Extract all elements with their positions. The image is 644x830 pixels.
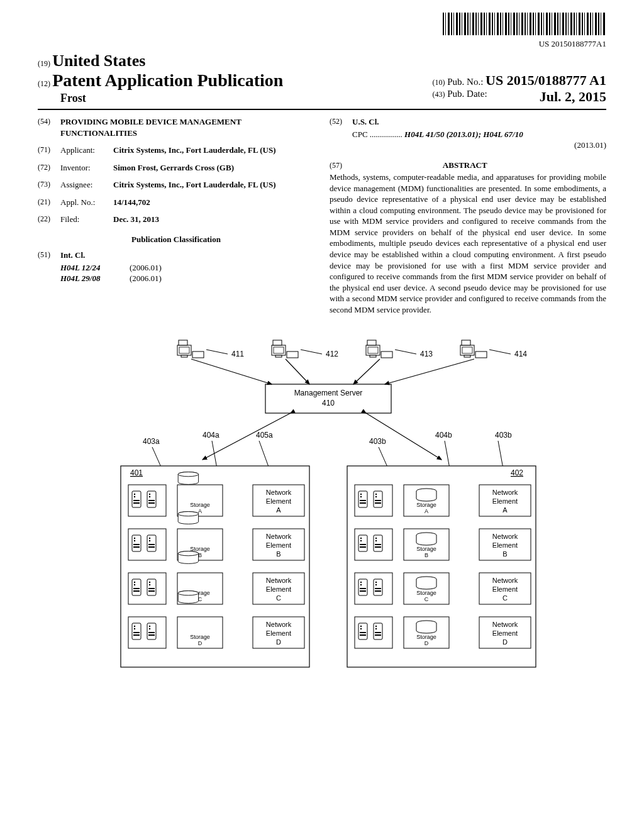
label-filed: Filed: <box>60 214 113 225</box>
netelem-suffix-a: A <box>502 506 508 514</box>
lead-403a: 403a <box>143 437 160 446</box>
field-21: (21) Appl. No.: 14/144,702 <box>38 197 314 208</box>
lead-404a: 404a <box>203 431 219 440</box>
intcl-row-1: H04L 29/08 (2006.01) <box>60 273 314 284</box>
header-right: (10) Pub. No.: US 2015/0188777 A1 (43) P… <box>432 72 606 105</box>
pubdate-label: Pub. Date: <box>447 89 487 99</box>
label-inventor: Inventor: <box>60 162 113 174</box>
barcode-number: US 20150188777A1 <box>38 39 606 49</box>
netelem-suffix-c: C <box>276 594 281 602</box>
storage-label: Storage <box>416 546 436 552</box>
storage-label: Storage <box>416 634 436 640</box>
ref-412: 412 <box>326 350 338 358</box>
netelem-suffix-b: B <box>502 550 507 558</box>
lead-405a: 405a <box>256 431 273 440</box>
filed-value: Dec. 31, 2013 <box>113 214 314 225</box>
intcl-class-0: H04L 12/24 <box>60 262 130 274</box>
code-52: (52) <box>330 116 352 128</box>
barcode-graphic <box>443 13 606 35</box>
figure-svg: 411 412 413 414 Management Server 410 40… <box>83 334 561 686</box>
pub-number: US 2015/0188777 A1 <box>486 72 606 88</box>
workstation-icon <box>177 340 204 358</box>
code-19: (19) <box>38 59 50 68</box>
netelem-l2: Element <box>266 585 291 593</box>
inventor-text: Simon Frost, Gerrards Cross (GB) <box>113 163 234 172</box>
netelem-l2: Element <box>492 629 518 637</box>
assignee-text: Citrix Systems, Inc., Fort Lauderdale, F… <box>113 180 276 189</box>
intcl-ver-0: (2006.01) <box>130 262 162 274</box>
code-10: (10) <box>432 78 445 87</box>
intcl-ver-1: (2006.01) <box>130 273 162 284</box>
applno-text: 14/144,702 <box>113 197 150 207</box>
storage-label: Storage <box>190 502 210 508</box>
lead-404b: 404b <box>435 431 452 440</box>
code-22: (22) <box>38 214 60 225</box>
netelem-l1: Network <box>492 577 518 584</box>
uscl-text: U.S. Cl. <box>352 117 379 126</box>
right-column: (52) U.S. Cl. CPC ................ H04L … <box>330 116 606 315</box>
cpc-line1: H04L 41/50 (2013.01); H04L 67/10 <box>404 130 523 139</box>
cluster-left-rows: Storage A Network Element A Storage B Ne… <box>128 472 304 648</box>
storage-suffix-a: A <box>198 508 202 514</box>
field-73: (73) Assignee: Citrix Systems, Inc., For… <box>38 179 314 191</box>
storage-label: Storage <box>416 502 436 508</box>
netelem-l2: Element <box>266 497 291 505</box>
code-43: (43) <box>432 90 445 99</box>
svg-line-15 <box>489 350 511 354</box>
netelem-l2: Element <box>492 585 518 593</box>
label-uscl: U.S. Cl. <box>352 116 379 128</box>
field-22: (22) Filed: Dec. 31, 2013 <box>38 214 314 225</box>
pubno-label: Pub. No.: <box>447 77 483 87</box>
pub-class-heading: Publication Classification <box>38 234 314 245</box>
storage-label: Storage <box>416 590 436 596</box>
filed-text: Dec. 31, 2013 <box>113 214 159 224</box>
figure: 411 412 413 414 Management Server 410 40… <box>38 334 606 686</box>
svg-line-12 <box>206 350 228 354</box>
code-51: (51) <box>38 250 60 261</box>
field-72: (72) Inventor: Simon Frost, Gerrards Cro… <box>38 162 314 174</box>
netelem-l2: Element <box>492 541 518 549</box>
assignee-value: Citrix Systems, Inc., Fort Lauderdale, F… <box>113 179 314 191</box>
author-name: Frost <box>38 92 283 105</box>
netelem-l1: Network <box>492 489 518 496</box>
storage-suffix-b: B <box>425 552 428 558</box>
workstation-icon <box>460 340 487 358</box>
intcl-rows: H04L 12/24 (2006.01) H04L 29/08 (2006.01… <box>38 262 314 284</box>
netelem-l2: Element <box>266 629 291 637</box>
left-column: (54) PROVIDING MOBILE DEVICE MANAGEMENT … <box>38 116 314 315</box>
label-assignee: Assignee: <box>60 179 113 191</box>
workstation-icon <box>366 340 392 358</box>
applicant-text: Citrix Systems, Inc., Fort Lauderdale, F… <box>113 145 276 155</box>
cpc-lines: CPC ................ H04L 41/50 (2013.01… <box>330 129 606 151</box>
bibliographic-columns: (54) PROVIDING MOBILE DEVICE MANAGEMENT … <box>38 116 606 315</box>
applicant-value: Citrix Systems, Inc., Fort Lauderdale, F… <box>113 145 314 156</box>
netelem-suffix-d: D <box>502 638 508 646</box>
abstract-text: Methods, systems, computer-readable medi… <box>330 172 606 315</box>
invention-title: PROVIDING MOBILE DEVICE MANAGEMENT FUNCT… <box>60 116 314 138</box>
lead-403b-r: 403b <box>495 431 512 440</box>
svg-line-13 <box>301 350 322 354</box>
netelem-l1: Network <box>266 577 292 584</box>
netelem-suffix-a: A <box>276 506 281 514</box>
ref-413: 413 <box>420 350 433 358</box>
ref-414: 414 <box>514 350 527 358</box>
country: United States <box>52 52 145 70</box>
netelem-l2: Element <box>492 497 518 505</box>
mgmt-server-label: Management Server <box>294 389 363 397</box>
code-73: (73) <box>38 179 60 191</box>
field-51: (51) Int. Cl. <box>38 250 314 261</box>
field-57: (57) ABSTRACT <box>330 160 606 171</box>
intcl-text: Int. Cl. <box>60 250 85 260</box>
ref-401: 401 <box>130 468 143 477</box>
header-left: (19) United States (12) Patent Applicati… <box>38 52 283 105</box>
ref-411: 411 <box>231 350 244 358</box>
storage-suffix-d: D <box>198 640 203 646</box>
intcl-row-0: H04L 12/24 (2006.01) <box>60 262 314 274</box>
storage-suffix-c: C <box>425 596 429 602</box>
applno-value: 14/144,702 <box>113 197 314 208</box>
doc-type: Patent Application Publication <box>52 70 283 90</box>
netelem-l1: Network <box>492 621 518 628</box>
cpc-prefix: CPC ................ <box>352 130 402 139</box>
workstation-icon <box>272 340 298 358</box>
label-applno: Appl. No.: <box>60 197 113 208</box>
